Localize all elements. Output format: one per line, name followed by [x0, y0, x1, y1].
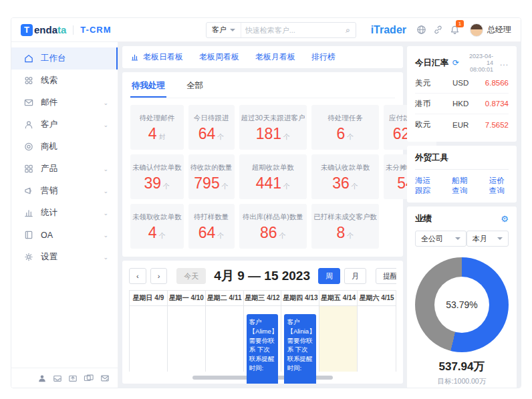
link-icon[interactable] [433, 25, 443, 35]
rate-row-hkd: 港币 HKD 0.8734 [415, 94, 509, 114]
stat-unit: 封 [159, 133, 166, 140]
sidebar-item-label: 商机 [41, 141, 108, 152]
avatar[interactable] [470, 23, 483, 37]
day-cell-tue[interactable] [206, 306, 244, 372]
stat-card-today-followups[interactable]: 今日待跟进64个 [188, 105, 235, 150]
gear-icon[interactable]: ⚙ [501, 214, 509, 224]
sidebar-item-customers[interactable]: 客户 ⌄ [11, 114, 118, 136]
calendar-month-button[interactable]: 月 [344, 268, 366, 284]
compose-mail-icon[interactable] [100, 374, 110, 383]
stat-card-pending-tasks[interactable]: 待处理任务6个 [311, 105, 379, 150]
tab-ranking[interactable]: 排行榜 [311, 51, 336, 63]
sidebar-item-oa[interactable]: OA ⌄ [11, 224, 118, 246]
calendar-prev-button[interactable]: ‹ [129, 268, 146, 284]
main-column: 老板日看板 老板周看板 老板月看板 排行榜 待我处理 全部 待处理邮件4封 今日… [122, 46, 403, 384]
sidebar-item-leads[interactable]: 线索 [11, 70, 118, 92]
tab-pending-mine[interactable]: 待我处理 [130, 78, 166, 98]
rate-value: 0.8734 [485, 100, 509, 108]
refresh-icon[interactable]: ⟳ [452, 58, 459, 68]
chevron-down-icon [455, 237, 460, 240]
tab-boss-weekly[interactable]: 老板周看板 [199, 51, 239, 63]
sidebar-footer [11, 368, 118, 388]
chevron-down-icon: ⌄ [103, 100, 108, 106]
day-header: 星期六 4/15 [358, 291, 396, 305]
user-role[interactable]: 总经理 [487, 24, 511, 35]
day-cell-sat[interactable] [358, 306, 396, 372]
link-shipping-schedule[interactable]: 船期查询 [452, 176, 471, 196]
leads-icon [23, 76, 34, 86]
search-icon[interactable]: ⌕ [346, 25, 356, 35]
sidebar-item-label: OA [41, 231, 96, 240]
sidebar-item-workbench[interactable]: 工作台 [11, 47, 118, 70]
day-cell-sun[interactable] [130, 306, 168, 372]
calendar-next-button[interactable]: › [150, 268, 168, 284]
sidebar-item-products[interactable]: 产品 ⌄ [11, 158, 118, 180]
logo-part2: ta [57, 24, 66, 35]
stat-unit: 个 [163, 182, 170, 190]
stat-card-pending-outbound[interactable]: 待出库(样品单)数量86个 [239, 204, 307, 249]
day-cell-wed[interactable]: 客户【Alime】需要你联系 下次联系提醒时间: [244, 306, 282, 372]
sidebar-item-label: 客户 [41, 119, 96, 130]
global-search: 客户 ⌕ [206, 22, 356, 38]
scope-select[interactable]: 全公司 [415, 231, 467, 247]
tab-boss-monthly[interactable]: 老板月看板 [255, 51, 295, 63]
contacts-icon[interactable] [37, 374, 47, 383]
calendar-filter-reminder[interactable]: 提醒 [376, 268, 396, 284]
outbox-icon[interactable] [68, 374, 78, 383]
customer-icon [23, 120, 34, 130]
sidebar-item-statistics[interactable]: 统计 ⌄ [11, 202, 118, 224]
itrader-logo[interactable]: iTrader [371, 24, 406, 36]
more-icon[interactable]: ... [500, 58, 509, 68]
stat-card-30day-no-followup[interactable]: 超过30天未跟进客户181个 [239, 105, 307, 150]
link-freight-quote[interactable]: 运价查询 [489, 176, 509, 196]
app-window: T endata T-CRM 客户 ⌕ iTrader 1 总经理 [11, 17, 521, 388]
rate-value: 7.5652 [485, 121, 509, 129]
opportunity-icon [23, 142, 34, 152]
inbox-icon[interactable] [53, 374, 62, 383]
bell-icon[interactable]: 1 [450, 25, 460, 35]
search-input[interactable] [241, 26, 346, 34]
rate-row-usd: 美元 USD 6.8566 [415, 73, 509, 94]
link-sea-tracking[interactable]: 海运跟踪 [415, 176, 434, 196]
stat-card-pending-mails[interactable]: 待处理邮件4封 [130, 105, 184, 150]
day-header: 星期二 4/11 [206, 291, 244, 305]
stat-value: 36 [332, 174, 350, 192]
search-category-select[interactable]: 客户 [207, 23, 241, 37]
calendar-week-button[interactable]: 周 [318, 268, 340, 284]
calendar-panel: ‹ › 今天 4月 9 — 15 2023 周 月 提醒 未完成 我指派的 星期… [122, 261, 403, 384]
stat-value: 441 [256, 174, 281, 192]
divider [415, 169, 509, 170]
drafts-icon[interactable] [84, 374, 94, 383]
stat-label: 待收款的数量 [190, 163, 233, 172]
stat-card-pending-receipts[interactable]: 待收款的数量795个 [188, 154, 235, 199]
stat-card-sampled-no-deal[interactable]: 已打样未成交客户数8个 [311, 204, 379, 249]
sidebar-item-label: 邮件 [41, 97, 96, 108]
tab-all[interactable]: 全部 [185, 78, 205, 98]
chevron-down-icon: ⌄ [103, 166, 108, 172]
day-header: 星期五 4/14 [319, 291, 358, 305]
sidebar-item-settings[interactable]: 设置 ⌄ [11, 246, 118, 268]
stat-label: 未确认付款单数 [132, 163, 182, 172]
tab-boss-daily[interactable]: 老板日看板 [130, 51, 183, 63]
stat-card-unconfirmed-receipts[interactable]: 未确认收款单数36个 [311, 154, 379, 199]
sidebar-item-label: 工作台 [41, 53, 107, 64]
day-cell-fri-today[interactable] [319, 306, 358, 372]
period-select[interactable]: 本月 [467, 231, 509, 247]
stat-card-unconfirmed-payments[interactable]: 未确认付款单数39个 [130, 154, 184, 199]
stat-card-overdue-receipts[interactable]: 超期收款单数441个 [239, 154, 307, 199]
calendar-event[interactable]: 客户【Alime】需要你联系 下次联系提醒时间: [247, 314, 279, 384]
day-cell-thu[interactable]: 客户【Alinia】需要你联系 下次联系提醒时间: [281, 306, 319, 372]
logo-divider [73, 25, 74, 35]
day-cell-mon[interactable] [168, 306, 206, 372]
day-header: 星期三 4/12 [244, 291, 282, 305]
marketing-icon [23, 186, 34, 196]
sidebar-item-label: 营销 [41, 185, 96, 196]
calendar-today-button[interactable]: 今天 [176, 268, 206, 284]
calendar-event[interactable]: 客户【Alinia】需要你联系 下次联系提醒时间: [284, 314, 316, 384]
stat-card-pending-samples[interactable]: 待打样数量64个 [188, 204, 235, 249]
stat-card-unclaimed-receipts[interactable]: 未领取收款单数4个 [130, 204, 184, 249]
globe-icon[interactable] [416, 25, 426, 35]
sidebar-item-opportunities[interactable]: 商机 [11, 136, 118, 158]
sidebar-item-marketing[interactable]: 营销 ⌄ [11, 180, 118, 202]
sidebar-item-mail[interactable]: 邮件 ⌄ [11, 92, 118, 114]
